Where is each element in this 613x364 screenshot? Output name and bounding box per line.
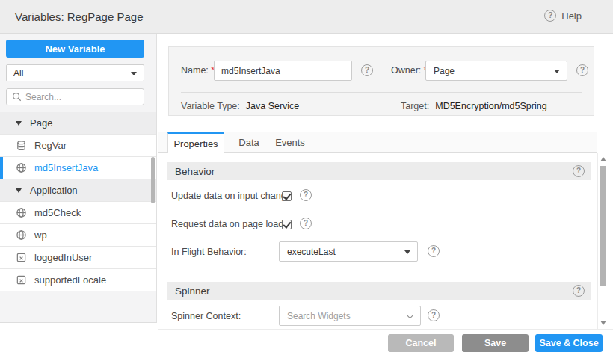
help-button[interactable]: ? Help	[544, 10, 582, 22]
update-data-checkbox[interactable]	[282, 191, 292, 201]
variable-filter-value: All	[13, 68, 23, 78]
variable-icon	[16, 252, 27, 263]
chevron-down-icon	[404, 250, 410, 254]
request-data-label: Request data on page load	[171, 219, 283, 229]
variable-type: Variable Type:Java Service	[181, 101, 299, 111]
owner-select[interactable]: Page	[425, 61, 567, 81]
in-flight-help-icon[interactable]: ?	[428, 245, 440, 257]
help-label: Help	[561, 10, 582, 22]
tree-item-label: RegVar	[34, 140, 67, 151]
tree-item-supportedlocale[interactable]: supportedLocale	[0, 269, 156, 291]
update-data-row: Update data on input change ?	[171, 191, 590, 201]
behavior-section-title: Behavior	[175, 166, 215, 177]
in-flight-row: In Flight Behavior: executeLast ?	[171, 241, 590, 262]
update-data-label: Update data on input change	[171, 191, 292, 201]
tree-item-wp[interactable]: wp	[0, 224, 156, 247]
in-flight-value: executeLast	[287, 247, 336, 257]
service-icon	[16, 229, 27, 241]
behavior-help-icon[interactable]: ?	[573, 165, 585, 177]
update-data-help-icon[interactable]: ?	[300, 189, 312, 201]
new-variable-button[interactable]: New Variable	[6, 40, 144, 58]
tree-group-application[interactable]: Application	[0, 179, 156, 202]
tree-item-label: loggedInUser	[34, 252, 92, 263]
variable-type-label: Variable Type:	[181, 101, 240, 111]
variable-detail-panel: Name: * ? Owner: * Page ? Variable Type:…	[158, 34, 613, 364]
name-field[interactable]	[214, 61, 352, 81]
scroll-down-arrow-icon[interactable]	[600, 321, 606, 325]
tree-item-md5check[interactable]: md5Check	[0, 202, 156, 224]
variable-icon	[16, 274, 27, 286]
tree-item-loggedinuser[interactable]: loggedInUser	[0, 247, 156, 269]
variables-sidebar: New Variable All Page RegVar md5InsertJa…	[0, 34, 157, 323]
request-data-row: Request data on page load ?	[171, 219, 590, 229]
request-data-help-icon[interactable]: ?	[300, 218, 312, 229]
tab-properties[interactable]: Properties	[167, 132, 224, 154]
owner-help-icon[interactable]: ?	[576, 64, 588, 76]
search-icon	[12, 92, 22, 102]
tree-group-page[interactable]: Page	[0, 112, 156, 135]
service-icon	[16, 162, 27, 173]
spinner-context-placeholder: Search Widgets	[287, 311, 351, 321]
cancel-button[interactable]: Cancel	[388, 334, 454, 352]
variable-search	[6, 88, 144, 105]
form-divider	[181, 92, 582, 93]
name-help-icon[interactable]: ?	[361, 64, 373, 76]
chevron-down-icon	[131, 72, 137, 75]
name-label: Name: *	[181, 65, 215, 75]
collapse-arrow-icon[interactable]	[16, 121, 22, 126]
target: Target:MD5Encryption/md5Spring	[401, 101, 547, 111]
variable-type-value: Java Service	[246, 101, 300, 111]
in-flight-label: In Flight Behavior:	[171, 247, 247, 257]
scroll-up-arrow-icon[interactable]	[600, 157, 606, 161]
dialog-header: Variables: RegPage Page ? Help	[0, 0, 613, 34]
tree-group-label: Application	[30, 185, 78, 196]
page-title: Variables: RegPage Page	[15, 0, 144, 34]
target-value: MD5Encryption/md5Spring	[435, 101, 546, 111]
tab-data[interactable]: Data	[234, 132, 264, 153]
tree-item-label: wp	[34, 229, 47, 241]
tree-item-label: md5Check	[34, 207, 81, 218]
variable-tree: Page RegVar md5InsertJava Application md…	[0, 112, 156, 291]
in-flight-select[interactable]: executeLast	[279, 241, 418, 262]
save-and-close-button[interactable]: Save & Close	[535, 334, 603, 352]
tab-events[interactable]: Events	[271, 132, 309, 153]
tree-item-label: supportedLocale	[34, 274, 106, 286]
variable-filter-select[interactable]: All	[6, 64, 144, 81]
owner-value: Page	[434, 66, 455, 76]
tree-item-regvar[interactable]: RegVar	[0, 135, 156, 157]
collapse-arrow-icon[interactable]	[16, 188, 22, 193]
save-button[interactable]: Save	[462, 334, 529, 352]
tab-bar: Properties Data Events	[158, 132, 597, 153]
target-label: Target:	[401, 101, 429, 111]
tree-group-label: Page	[30, 117, 52, 129]
spinner-context-row: Spinner Context: Search Widgets ?	[171, 306, 590, 327]
spinner-context-help-icon[interactable]: ?	[428, 309, 440, 321]
help-icon: ?	[544, 10, 556, 22]
behavior-section-header: Behavior ?	[167, 162, 591, 180]
search-input[interactable]	[25, 92, 138, 102]
spinner-context-label: Spinner Context:	[171, 311, 241, 321]
service-icon	[16, 207, 27, 218]
dialog-footer: Cancel Save Save & Close	[158, 329, 613, 364]
variable-summary-form: Name: * ? Owner: * Page ? Variable Type:…	[168, 46, 594, 116]
request-data-checkbox[interactable]	[282, 220, 292, 229]
owner-label: Owner: *	[391, 65, 427, 75]
spinner-context-combobox[interactable]: Search Widgets	[279, 306, 421, 326]
tree-item-md5insertjava[interactable]: md5InsertJava	[0, 157, 156, 179]
chevron-down-icon	[554, 70, 560, 73]
content-scrollbar-thumb[interactable]	[600, 166, 606, 286]
spinner-section-header: Spinner ?	[167, 282, 591, 300]
sidebar-scrollbar-thumb[interactable]	[151, 157, 155, 203]
chevron-down-icon	[407, 312, 414, 319]
properties-tab-panel: Behavior ? Update data on input change ?…	[158, 153, 597, 329]
tree-item-label: md5InsertJava	[34, 162, 98, 173]
content-scrollbar	[597, 153, 608, 329]
spinner-section-title: Spinner	[175, 286, 210, 297]
spinner-help-icon[interactable]: ?	[573, 285, 585, 297]
database-icon	[16, 140, 27, 151]
